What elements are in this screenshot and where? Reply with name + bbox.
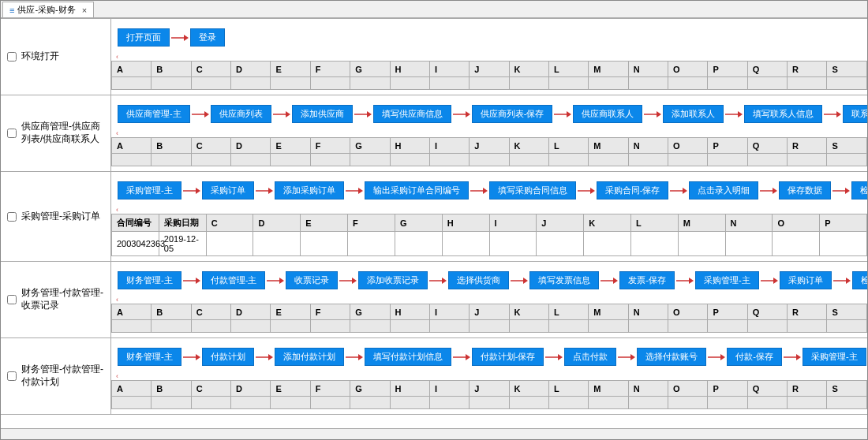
grid-header-cell[interactable]: S (827, 304, 867, 320)
grid-header-cell[interactable]: L (548, 138, 588, 154)
grid-header-cell[interactable]: C (206, 214, 253, 232)
flow-node[interactable]: 登录 (190, 28, 225, 47)
grid-header-cell[interactable]: P (708, 138, 747, 154)
grid-header-cell[interactable]: L (548, 304, 588, 320)
grid-header-cell[interactable]: P (708, 304, 747, 320)
grid-cell[interactable] (537, 232, 584, 256)
section-checkbox[interactable] (7, 129, 17, 138)
grid-header-cell[interactable]: F (348, 214, 395, 232)
flow-node[interactable]: 填写采购合同信息 (489, 181, 576, 199)
grid-cell[interactable] (820, 232, 867, 256)
grid-header-cell[interactable]: J (537, 214, 584, 232)
grid-header-cell[interactable]: C (191, 62, 230, 77)
flow-node[interactable]: 供应商列表 (211, 105, 271, 123)
grid-header-cell[interactable]: I (429, 381, 469, 397)
grid-header-cell[interactable]: H (390, 304, 429, 320)
flow-scroll[interactable]: 财务管理-主付款管理-主收票记录添加收票记录选择供货商填写发票信息发票-保存采购… (111, 268, 867, 296)
grid-header-cell[interactable]: O (668, 138, 708, 154)
flow-node[interactable]: 添加联系人 (663, 105, 724, 123)
grid-scroll[interactable]: ABCDEFGHIJKLMNOPQRS (111, 61, 867, 90)
grid-cell[interactable]: 2019-12-05 (159, 232, 206, 256)
flow-node[interactable]: 填写联系人信息 (744, 105, 822, 123)
grid-header-cell[interactable]: O (773, 214, 820, 232)
grid-header-cell[interactable]: G (395, 214, 442, 232)
flow-node[interactable]: 付款计划 (202, 348, 254, 366)
flow-node[interactable]: 添加收票记录 (358, 271, 428, 289)
flow-node[interactable]: 供应商列表-保存 (472, 105, 553, 123)
grid-header-cell[interactable]: C (191, 381, 230, 397)
grid-header-cell[interactable]: B (152, 381, 191, 397)
flow-node[interactable]: 保存数据 (779, 181, 831, 199)
grid-header-cell[interactable]: R (788, 304, 827, 320)
grid-header-cell[interactable]: K (584, 214, 631, 232)
grid-header-cell[interactable]: J (470, 304, 509, 320)
grid-header-cell[interactable]: R (788, 138, 827, 154)
grid-header-cell[interactable]: M (589, 304, 628, 320)
grid-header-cell[interactable]: Q (747, 381, 787, 397)
grid-header-cell[interactable]: N (628, 62, 668, 77)
flow-node[interactable]: 采购订单 (780, 271, 832, 289)
grid-header-cell[interactable]: G (350, 62, 390, 77)
grid-header-cell[interactable]: R (788, 62, 827, 77)
grid-header-cell[interactable]: K (509, 138, 548, 154)
grid-header-cell[interactable]: G (350, 304, 390, 320)
flow-node[interactable]: 财务管理-主 (118, 271, 181, 289)
grid-cell[interactable] (253, 232, 301, 256)
flow-node[interactable]: 采购管理-主 (803, 348, 866, 366)
grid-header-cell[interactable]: H (390, 381, 429, 397)
flow-node[interactable]: 付款管理-主 (202, 271, 266, 289)
grid-cell[interactable] (442, 232, 489, 256)
bottom-scrollbar[interactable] (1, 428, 867, 439)
grid-header-cell[interactable]: J (470, 62, 509, 77)
grid-header-cell[interactable]: M (678, 214, 725, 232)
grid-cell[interactable] (678, 232, 725, 256)
flow-node[interactable]: 联系人-保存 (843, 105, 867, 123)
grid-header-cell[interactable]: E (271, 304, 310, 320)
grid-header-cell[interactable]: A (112, 62, 152, 77)
grid-header-cell[interactable]: D (231, 138, 271, 154)
grid-header-cell[interactable]: N (628, 381, 668, 397)
grid-header-cell[interactable]: P (820, 214, 867, 232)
grid-header-cell[interactable]: R (788, 381, 827, 397)
flow-node[interactable]: 添加采购订单 (275, 181, 344, 199)
grid-header-cell[interactable]: Q (747, 62, 787, 77)
flow-node[interactable]: 供应商管理-主 (118, 105, 190, 123)
flow-node[interactable]: 采购管理-主 (118, 181, 181, 199)
grid-header-cell[interactable]: E (271, 381, 310, 397)
grid-scroll[interactable]: ABCDEFGHIJKLMNOPQRS (111, 137, 867, 166)
flow-node[interactable]: 选择供货商 (448, 271, 509, 289)
section-checkbox[interactable] (7, 371, 17, 381)
grid-header-cell[interactable]: C (191, 304, 230, 320)
flow-scroll[interactable]: 供应商管理-主供应商列表添加供应商填写供应商信息供应商列表-保存供应商联系人添加… (111, 102, 867, 129)
grid-header-cell[interactable]: F (310, 304, 350, 320)
flow-node[interactable]: 填写发票信息 (529, 271, 599, 289)
flow-node[interactable]: 输出采购订单合同编号 (365, 181, 469, 199)
flow-node[interactable]: 填写付款计划信息 (365, 348, 451, 366)
grid-header-cell[interactable]: B (152, 304, 191, 320)
grid-header-cell[interactable]: L (630, 214, 678, 232)
grid-header-cell[interactable]: 采购日期 (159, 214, 206, 232)
grid-scroll[interactable]: ABCDEFGHIJKLMNOPQRS (111, 380, 867, 409)
flow-node[interactable]: 点击录入明细 (689, 181, 758, 199)
grid-header-cell[interactable]: O (668, 381, 708, 397)
grid-header-cell[interactable]: A (112, 381, 152, 397)
grid-cell[interactable] (206, 232, 253, 256)
grid-scroll[interactable]: ABCDEFGHIJKLMNOPQRS (111, 304, 867, 333)
grid-header-cell[interactable]: Q (747, 138, 787, 154)
flow-node[interactable]: 选择付款账号 (637, 348, 706, 366)
grid-cell[interactable] (773, 232, 820, 256)
grid-header-cell[interactable]: O (668, 62, 708, 77)
grid-header-cell[interactable]: A (112, 138, 152, 154)
grid-cell[interactable] (348, 232, 395, 256)
grid-header-cell[interactable]: I (429, 138, 469, 154)
flow-node[interactable]: 添加付款计划 (275, 348, 344, 366)
grid-scroll[interactable]: 合同编号采购日期CDEFGHIJKLMNOP20030423632019-12-… (111, 214, 867, 256)
flow-node[interactable]: 填写供应商信息 (373, 105, 451, 123)
grid-header-cell[interactable]: G (350, 138, 390, 154)
flow-node[interactable]: 采购合同-保存 (597, 181, 669, 199)
grid-header-cell[interactable]: P (708, 381, 747, 397)
main-scroll[interactable]: 环境打开打开页面登录‹ABCDEFGHIJKLMNOPQRS供应商管理-供应商列… (1, 18, 867, 428)
grid-header-cell[interactable]: E (301, 214, 348, 232)
grid-header-cell[interactable]: S (827, 62, 867, 77)
flow-node[interactable]: 检查-发票状态 (852, 271, 867, 289)
